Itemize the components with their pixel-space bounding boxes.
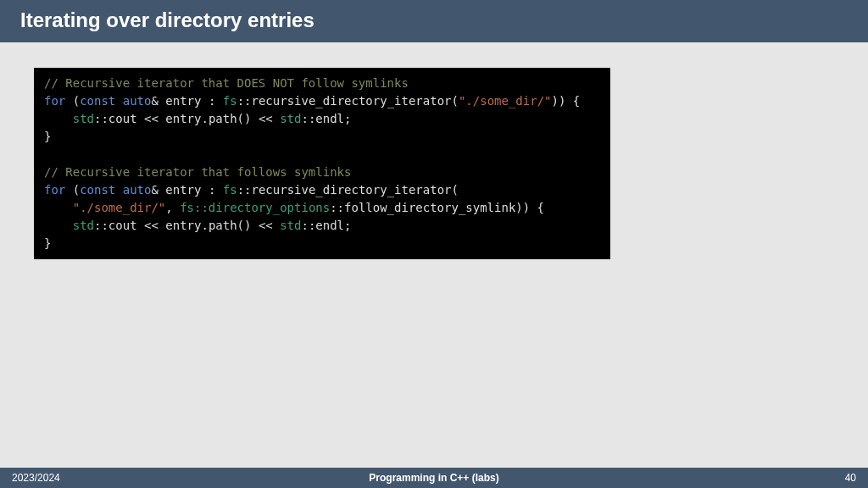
- code-comment: // Recursive iterator that DOES NOT foll…: [44, 76, 409, 90]
- code-ns: std: [73, 112, 94, 125]
- footer-page-number: 40: [845, 472, 856, 484]
- code-kw: auto: [123, 94, 152, 108]
- code-txt: & entry :: [151, 183, 222, 197]
- slide-content: // Recursive iterator that DOES NOT foll…: [0, 42, 868, 285]
- footer-center: Programming in C++ (labs): [369, 472, 498, 484]
- code-str: "./some_dir/": [459, 94, 552, 108]
- slide-title: Iterating over directory entries: [20, 8, 314, 31]
- code-ns: fs: [223, 94, 237, 108]
- code-str: "./some_dir/": [73, 201, 166, 214]
- code-txt: ,: [165, 201, 180, 214]
- slide-header: Iterating over directory entries: [0, 0, 868, 42]
- code-kw: const: [80, 183, 115, 197]
- code-txt: ::follow_directory_symlink)) {: [330, 201, 544, 214]
- footer-left: 2023/2024: [12, 472, 60, 484]
- code-txt: ::recursive_directory_iterator(: [237, 94, 459, 108]
- code-ns: fs: [180, 201, 194, 214]
- code-txt: ::cout << entry.path() <<: [94, 219, 280, 232]
- code-ns: ::directory_options: [194, 201, 330, 214]
- code-comment: // Recursive iterator that follows symli…: [44, 165, 351, 179]
- code-kw: for: [44, 94, 65, 108]
- code-ns: fs: [223, 183, 237, 197]
- code-kw: auto: [123, 183, 152, 197]
- code-txt: & entry :: [151, 94, 222, 108]
- code-ns: std: [280, 112, 301, 125]
- code-txt: ::recursive_directory_iterator(: [237, 183, 459, 197]
- slide: Iterating over directory entries // Recu…: [0, 0, 868, 488]
- code-kw: for: [44, 183, 65, 197]
- code-txt: ::endl;: [301, 219, 351, 232]
- code-txt: }: [44, 130, 51, 143]
- code-txt: )) {: [552, 94, 581, 108]
- code-txt: }: [44, 236, 51, 250]
- code-txt: ::endl;: [301, 112, 351, 125]
- code-ns: std: [73, 219, 94, 232]
- code-kw: const: [80, 94, 115, 108]
- code-txt: ::cout << entry.path() <<: [94, 112, 280, 125]
- slide-footer: 2023/2024 Programming in C++ (labs) 40: [0, 468, 868, 488]
- code-ns: std: [280, 219, 301, 232]
- code-block: // Recursive iterator that DOES NOT foll…: [34, 68, 610, 259]
